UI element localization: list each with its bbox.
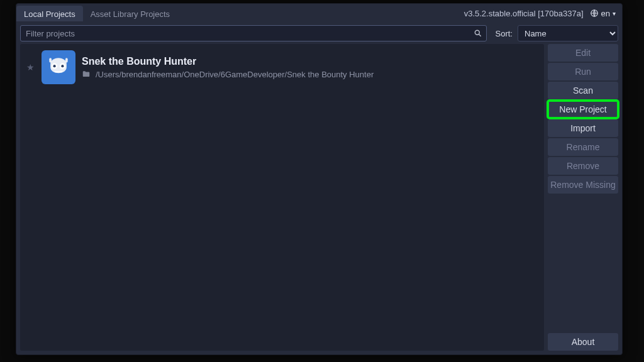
new-project-button[interactable]: New Project <box>548 101 618 118</box>
svg-rect-6 <box>49 58 52 62</box>
project-manager-window: Local Projects Asset Library Projects v3… <box>16 3 623 355</box>
tab-label: Asset Library Projects <box>91 9 170 19</box>
rename-button[interactable]: Rename <box>548 138 618 156</box>
main-row: ★ Snek the Bounty Hunter <box>16 44 622 354</box>
search-input-wrap <box>20 25 487 41</box>
globe-icon <box>590 9 599 18</box>
tab-asset-library-projects[interactable]: Asset Library Projects <box>83 6 177 21</box>
remove-missing-button[interactable]: Remove Missing <box>548 176 618 194</box>
version-label: v3.5.2.stable.official [170ba337a] <box>464 9 584 18</box>
project-title: Snek the Bounty Hunter <box>82 56 374 67</box>
svg-point-4 <box>53 65 55 67</box>
filter-row: Sort: Name <box>16 23 622 44</box>
godot-robot-icon <box>45 53 72 81</box>
about-button[interactable]: About <box>548 333 618 351</box>
tab-local-projects[interactable]: Local Projects <box>16 6 83 21</box>
svg-point-1 <box>475 30 479 35</box>
topbar-tabs: Local Projects Asset Library Projects <box>16 6 177 21</box>
project-list[interactable]: ★ Snek the Bounty Hunter <box>20 44 544 351</box>
language-picker[interactable]: en ▾ <box>590 9 616 18</box>
project-icon <box>42 50 75 84</box>
favorite-star-icon[interactable]: ★ <box>25 62 35 72</box>
filter-projects-input[interactable] <box>21 26 486 41</box>
remove-button[interactable]: Remove <box>548 157 618 175</box>
project-path-row: /Users/brendanfreeman/OneDrive/6GameDeve… <box>82 70 374 79</box>
folder-icon <box>82 70 91 79</box>
edit-button[interactable]: Edit <box>548 44 618 62</box>
svg-rect-7 <box>65 58 68 62</box>
scan-button[interactable]: Scan <box>548 82 618 99</box>
sidebar: Edit Run Scan New Project Import Rename … <box>548 44 622 354</box>
chevron-down-icon: ▾ <box>613 10 616 17</box>
search-icon <box>474 29 482 38</box>
project-meta: Snek the Bounty Hunter /Users/brendanfre… <box>82 56 374 79</box>
svg-point-5 <box>61 65 64 67</box>
tab-label: Local Projects <box>24 9 75 19</box>
sort-label: Sort: <box>496 29 513 38</box>
language-code: en <box>601 9 610 18</box>
run-button[interactable]: Run <box>548 63 618 80</box>
sort-select[interactable]: Name <box>518 25 618 41</box>
import-button[interactable]: Import <box>548 119 618 137</box>
project-path: /Users/brendanfreeman/OneDrive/6GameDeve… <box>96 70 374 79</box>
project-item[interactable]: ★ Snek the Bounty Hunter <box>20 44 544 90</box>
topbar: Local Projects Asset Library Projects v3… <box>16 4 622 23</box>
